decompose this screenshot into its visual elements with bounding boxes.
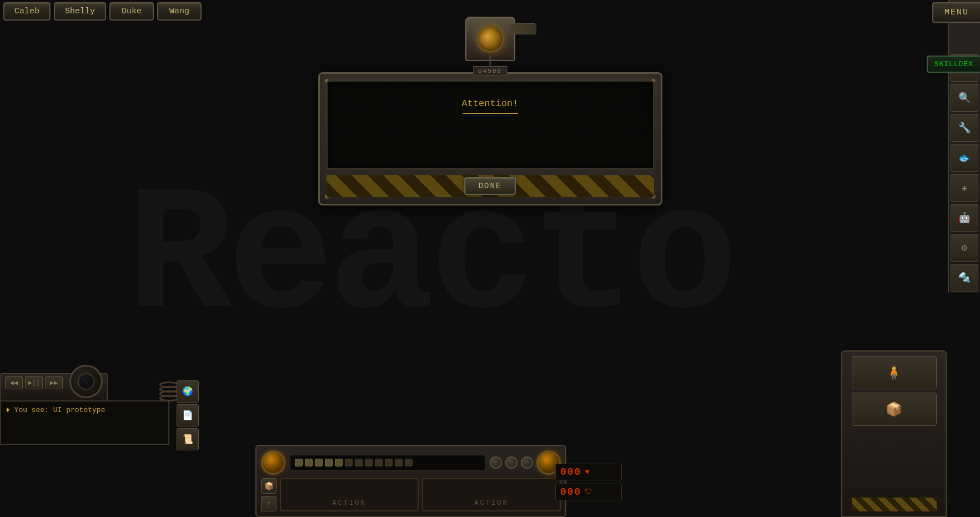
large-right-panel: 🧍 📦 — [841, 350, 947, 517]
left-dial — [261, 450, 285, 475]
right-dial-cluster — [490, 450, 561, 475]
combat-log-body: ♦ You see: UI prototype — [0, 400, 169, 445]
action-bar-frame: 📦 ↑ ACTION ACTION — [255, 445, 566, 517]
armor-value: 000 — [560, 486, 581, 498]
menu-button[interactable]: MENU — [932, 2, 980, 23]
char-tab-shelly[interactable]: Shelly — [54, 2, 106, 21]
prog-dot-5 — [335, 459, 343, 466]
dial-ball-2 — [505, 456, 517, 469]
attention-dialog: 04508 Attention! DONE — [318, 56, 662, 205]
action-panel-1[interactable]: ACTION — [280, 478, 419, 511]
prog-dot-6 — [345, 459, 353, 466]
character-tabs: Caleb Shelly Duke Wang — [0, 0, 205, 23]
armor-stat-row: 000 🛡 — [555, 484, 622, 500]
prog-dot-9 — [375, 459, 383, 466]
speaker-horn — [476, 25, 504, 53]
done-button[interactable]: DONE — [464, 177, 516, 195]
dial-ball-1 — [490, 456, 502, 469]
action-bar-area: 📦 ↑ ACTION ACTION — [255, 445, 566, 517]
progress-dots-bar — [290, 455, 485, 470]
log-controls: ◀◀ ▶|| ▶▶ — [0, 373, 108, 400]
fish-icon-btn[interactable]: 🐟 — [951, 144, 978, 172]
forward-button[interactable]: ▶▶ — [45, 376, 63, 389]
action-panel-2[interactable]: ACTION — [422, 478, 561, 511]
dialog-container: 04508 Attention! DONE — [318, 56, 662, 205]
you-see-text: ♦ You see: UI prototype — [6, 406, 164, 414]
armor-icon: 🛡 — [585, 488, 592, 496]
hp-stat-row: 000 ♥ — [555, 464, 622, 480]
camera-device — [69, 365, 103, 398]
prog-dot-2 — [305, 459, 313, 466]
speaker-body — [465, 17, 515, 61]
skillbox-button[interactable]: SKILLDEX — [927, 56, 980, 73]
rewind-button[interactable]: ◀◀ — [5, 376, 23, 389]
char-tab-duke[interactable]: Duke — [109, 2, 154, 21]
right-sidebar: SKILLDEX 👁 🔍 🔧 🐟 ✚ 🤖 ⚙ 🔩 — [948, 0, 980, 293]
tools-icon-btn[interactable]: 🔧 — [951, 114, 978, 142]
char-tab-wang[interactable]: Wang — [157, 2, 202, 21]
gear-icon-btn[interactable]: ⚙ — [951, 234, 978, 262]
inventory-action-icon[interactable]: 📦 — [261, 478, 277, 494]
stats-panel: 000 ♥ 000 🛡 — [555, 464, 622, 500]
prog-dot-7 — [355, 459, 363, 466]
dialog-title-underline — [463, 113, 518, 114]
hp-value: 000 — [560, 466, 581, 478]
search-icon-btn[interactable]: 🔍 — [951, 84, 978, 112]
dialog-screen: Attention! — [326, 81, 654, 169]
action-label-1: ACTION — [332, 499, 366, 507]
char-tab-caleb[interactable]: Caleb — [3, 2, 51, 21]
robot-icon-btn[interactable]: 🤖 — [951, 204, 978, 232]
cross-icon-btn[interactable]: ✚ — [951, 174, 978, 202]
log-side-buttons: 🌍 📄 📜 — [177, 380, 199, 450]
arrow-action-icon[interactable]: ↑ — [261, 496, 277, 511]
progress-section — [261, 450, 561, 475]
scroll-button[interactable]: 📜 — [177, 428, 199, 450]
notes-button[interactable]: 📄 — [177, 404, 199, 426]
dialog-hazard-strip: DONE — [326, 175, 654, 197]
prog-dot-12 — [405, 459, 413, 466]
action-buttons-row: 📦 ↑ ACTION ACTION — [261, 478, 561, 511]
prog-dot-10 — [385, 459, 393, 466]
bottom-left-area: ◀◀ ▶|| ▶▶ ♦ You see: UI prototype — [0, 373, 169, 445]
panel-hazard-strip — [852, 498, 937, 511]
speaker-arm — [509, 23, 536, 34]
camera-lens — [78, 373, 94, 390]
wrench-icon-btn[interactable]: 🔩 — [951, 264, 978, 292]
hp-icon: ♥ — [585, 468, 589, 476]
dialog-decoration — [446, 11, 535, 67]
inventory-panel-btn[interactable]: 📦 — [852, 393, 937, 426]
dial-ball-3 — [521, 456, 533, 469]
prog-dot-4 — [325, 459, 333, 466]
dialog-title: Attention! — [350, 98, 631, 109]
character-panel-btn[interactable]: 🧍 — [852, 356, 937, 389]
prog-dot-11 — [395, 459, 403, 466]
action-label-2: ACTION — [474, 499, 508, 507]
map-button[interactable]: 🌍 — [177, 380, 199, 403]
left-action-icons: 📦 ↑ — [261, 478, 277, 511]
dialog-id: 04508 — [473, 66, 507, 76]
pause-button[interactable]: ▶|| — [25, 376, 43, 389]
prog-dot-1 — [295, 459, 303, 466]
prog-dot-8 — [365, 459, 373, 466]
dialog-frame: 04508 Attention! DONE — [318, 72, 662, 205]
prog-dot-3 — [315, 459, 323, 466]
